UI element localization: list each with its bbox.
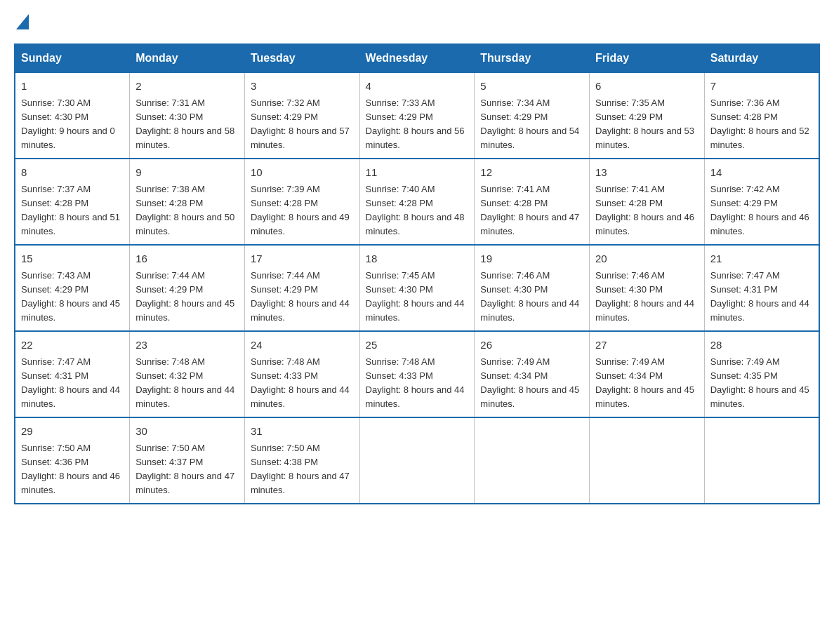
day-info: Sunrise: 7:50 AMSunset: 4:38 PMDaylight:…	[251, 443, 350, 495]
day-number: 20	[595, 251, 699, 267]
day-info: Sunrise: 7:50 AMSunset: 4:36 PMDaylight:…	[21, 443, 120, 495]
day-info: Sunrise: 7:47 AMSunset: 4:31 PMDaylight:…	[710, 270, 809, 323]
calendar-cell	[475, 417, 590, 504]
calendar-cell: 11 Sunrise: 7:40 AMSunset: 4:28 PMDaylig…	[359, 159, 475, 245]
calendar-cell: 3 Sunrise: 7:32 AMSunset: 4:29 PMDayligh…	[244, 72, 359, 159]
day-info: Sunrise: 7:47 AMSunset: 4:31 PMDaylight:…	[21, 356, 120, 409]
calendar-cell	[590, 417, 705, 504]
calendar-cell: 16 Sunrise: 7:44 AMSunset: 4:29 PMDaylig…	[130, 245, 245, 331]
day-number: 14	[710, 165, 813, 181]
day-info: Sunrise: 7:48 AMSunset: 4:33 PMDaylight:…	[251, 356, 350, 409]
day-number: 12	[480, 165, 583, 181]
day-number: 27	[595, 337, 699, 354]
day-number: 22	[21, 337, 124, 354]
day-number: 28	[710, 337, 813, 354]
header-thursday: Thursday	[475, 44, 590, 72]
day-number: 25	[366, 337, 469, 354]
calendar-cell: 26 Sunrise: 7:49 AMSunset: 4:34 PMDaylig…	[475, 331, 590, 417]
day-info: Sunrise: 7:44 AMSunset: 4:29 PMDaylight:…	[251, 270, 350, 323]
day-number: 13	[595, 165, 699, 181]
calendar-cell: 18 Sunrise: 7:45 AMSunset: 4:30 PMDaylig…	[359, 245, 475, 331]
calendar-cell: 29 Sunrise: 7:50 AMSunset: 4:36 PMDaylig…	[15, 417, 130, 504]
day-number: 6	[595, 79, 699, 95]
calendar-cell	[704, 417, 819, 504]
calendar-cell: 20 Sunrise: 7:46 AMSunset: 4:30 PMDaylig…	[590, 245, 705, 331]
week-row-1: 1 Sunrise: 7:30 AMSunset: 4:30 PMDayligh…	[15, 72, 819, 159]
calendar-cell: 13 Sunrise: 7:41 AMSunset: 4:28 PMDaylig…	[590, 159, 705, 245]
day-number: 24	[251, 337, 354, 354]
day-number: 19	[480, 251, 583, 267]
logo-icon-box	[14, 14, 29, 29]
calendar-cell	[359, 417, 475, 504]
day-info: Sunrise: 7:46 AMSunset: 4:30 PMDaylight:…	[480, 270, 579, 323]
calendar-cell: 27 Sunrise: 7:49 AMSunset: 4:34 PMDaylig…	[590, 331, 705, 417]
day-info: Sunrise: 7:36 AMSunset: 4:28 PMDaylight:…	[710, 98, 809, 150]
day-number: 18	[366, 251, 469, 267]
calendar-cell: 28 Sunrise: 7:49 AMSunset: 4:35 PMDaylig…	[704, 331, 819, 417]
day-info: Sunrise: 7:34 AMSunset: 4:29 PMDaylight:…	[480, 98, 579, 150]
day-info: Sunrise: 7:43 AMSunset: 4:29 PMDaylight:…	[21, 270, 120, 323]
calendar-cell: 24 Sunrise: 7:48 AMSunset: 4:33 PMDaylig…	[244, 331, 359, 417]
calendar-table: SundayMondayTuesdayWednesdayThursdayFrid…	[14, 43, 820, 504]
calendar-cell: 6 Sunrise: 7:35 AMSunset: 4:29 PMDayligh…	[590, 72, 705, 159]
header-saturday: Saturday	[704, 44, 819, 72]
day-number: 23	[135, 337, 239, 354]
day-info: Sunrise: 7:33 AMSunset: 4:29 PMDaylight:…	[366, 98, 465, 150]
day-number: 10	[251, 165, 354, 181]
day-info: Sunrise: 7:50 AMSunset: 4:37 PMDaylight:…	[135, 443, 234, 495]
day-info: Sunrise: 7:38 AMSunset: 4:28 PMDaylight:…	[135, 184, 234, 236]
day-number: 11	[366, 165, 469, 181]
day-number: 2	[135, 79, 239, 95]
day-info: Sunrise: 7:46 AMSunset: 4:30 PMDaylight:…	[595, 270, 694, 323]
day-info: Sunrise: 7:32 AMSunset: 4:29 PMDaylight:…	[251, 98, 350, 150]
day-number: 29	[21, 424, 124, 440]
day-info: Sunrise: 7:37 AMSunset: 4:28 PMDaylight:…	[21, 184, 120, 236]
calendar-cell: 15 Sunrise: 7:43 AMSunset: 4:29 PMDaylig…	[15, 245, 130, 331]
calendar-cell: 10 Sunrise: 7:39 AMSunset: 4:28 PMDaylig…	[244, 159, 359, 245]
header-tuesday: Tuesday	[244, 44, 359, 72]
calendar-cell: 9 Sunrise: 7:38 AMSunset: 4:28 PMDayligh…	[130, 159, 245, 245]
calendar-cell: 8 Sunrise: 7:37 AMSunset: 4:28 PMDayligh…	[15, 159, 130, 245]
day-number: 1	[21, 79, 124, 95]
week-row-5: 29 Sunrise: 7:50 AMSunset: 4:36 PMDaylig…	[15, 417, 819, 504]
calendar-cell: 30 Sunrise: 7:50 AMSunset: 4:37 PMDaylig…	[130, 417, 245, 504]
day-number: 9	[135, 165, 239, 181]
calendar-cell: 1 Sunrise: 7:30 AMSunset: 4:30 PMDayligh…	[15, 72, 130, 159]
day-info: Sunrise: 7:42 AMSunset: 4:29 PMDaylight:…	[710, 184, 809, 236]
header-sunday: Sunday	[15, 44, 130, 72]
logo	[14, 14, 29, 29]
logo-triangle-icon	[16, 14, 29, 29]
calendar-cell: 4 Sunrise: 7:33 AMSunset: 4:29 PMDayligh…	[359, 72, 475, 159]
week-row-3: 15 Sunrise: 7:43 AMSunset: 4:29 PMDaylig…	[15, 245, 819, 331]
day-number: 31	[251, 424, 354, 440]
calendar-cell: 19 Sunrise: 7:46 AMSunset: 4:30 PMDaylig…	[475, 245, 590, 331]
calendar-cell: 7 Sunrise: 7:36 AMSunset: 4:28 PMDayligh…	[704, 72, 819, 159]
day-info: Sunrise: 7:30 AMSunset: 4:30 PMDaylight:…	[21, 98, 115, 150]
day-number: 5	[480, 79, 583, 95]
calendar-cell: 17 Sunrise: 7:44 AMSunset: 4:29 PMDaylig…	[244, 245, 359, 331]
day-info: Sunrise: 7:39 AMSunset: 4:28 PMDaylight:…	[251, 184, 350, 236]
calendar-cell: 22 Sunrise: 7:47 AMSunset: 4:31 PMDaylig…	[15, 331, 130, 417]
calendar-cell: 21 Sunrise: 7:47 AMSunset: 4:31 PMDaylig…	[704, 245, 819, 331]
day-number: 30	[135, 424, 239, 440]
day-number: 17	[251, 251, 354, 267]
calendar-cell: 25 Sunrise: 7:48 AMSunset: 4:33 PMDaylig…	[359, 331, 475, 417]
day-number: 4	[366, 79, 469, 95]
day-info: Sunrise: 7:49 AMSunset: 4:34 PMDaylight:…	[480, 356, 579, 409]
calendar-cell: 14 Sunrise: 7:42 AMSunset: 4:29 PMDaylig…	[704, 159, 819, 245]
calendar-cell: 23 Sunrise: 7:48 AMSunset: 4:32 PMDaylig…	[130, 331, 245, 417]
calendar-cell: 5 Sunrise: 7:34 AMSunset: 4:29 PMDayligh…	[475, 72, 590, 159]
header-friday: Friday	[590, 44, 705, 72]
day-info: Sunrise: 7:48 AMSunset: 4:32 PMDaylight:…	[135, 356, 234, 409]
day-number: 3	[251, 79, 354, 95]
day-info: Sunrise: 7:44 AMSunset: 4:29 PMDaylight:…	[135, 270, 234, 323]
day-info: Sunrise: 7:48 AMSunset: 4:33 PMDaylight:…	[366, 356, 465, 409]
calendar-cell: 31 Sunrise: 7:50 AMSunset: 4:38 PMDaylig…	[244, 417, 359, 504]
page-header	[14, 14, 820, 29]
calendar-cell: 12 Sunrise: 7:41 AMSunset: 4:28 PMDaylig…	[475, 159, 590, 245]
day-info: Sunrise: 7:41 AMSunset: 4:28 PMDaylight:…	[480, 184, 579, 236]
header-monday: Monday	[130, 44, 245, 72]
day-info: Sunrise: 7:45 AMSunset: 4:30 PMDaylight:…	[366, 270, 465, 323]
day-number: 8	[21, 165, 124, 181]
day-info: Sunrise: 7:49 AMSunset: 4:35 PMDaylight:…	[710, 356, 809, 409]
